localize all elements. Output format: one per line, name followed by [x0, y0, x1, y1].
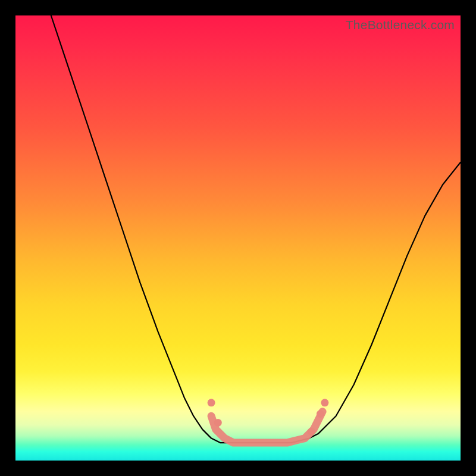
bottleneck-curve	[51, 15, 461, 443]
trough-marker-dot	[321, 399, 328, 406]
chart-frame: TheBottleneck.com	[0, 0, 476, 476]
trough-marker-dot	[308, 428, 315, 436]
curve-layer	[15, 15, 461, 461]
trough-marker-dot	[317, 410, 324, 418]
trough-marker-band	[211, 412, 322, 443]
trough-marker-dot	[208, 399, 215, 406]
plot-area: TheBottleneck.com	[15, 15, 461, 461]
trough-marker-dot	[214, 419, 222, 427]
